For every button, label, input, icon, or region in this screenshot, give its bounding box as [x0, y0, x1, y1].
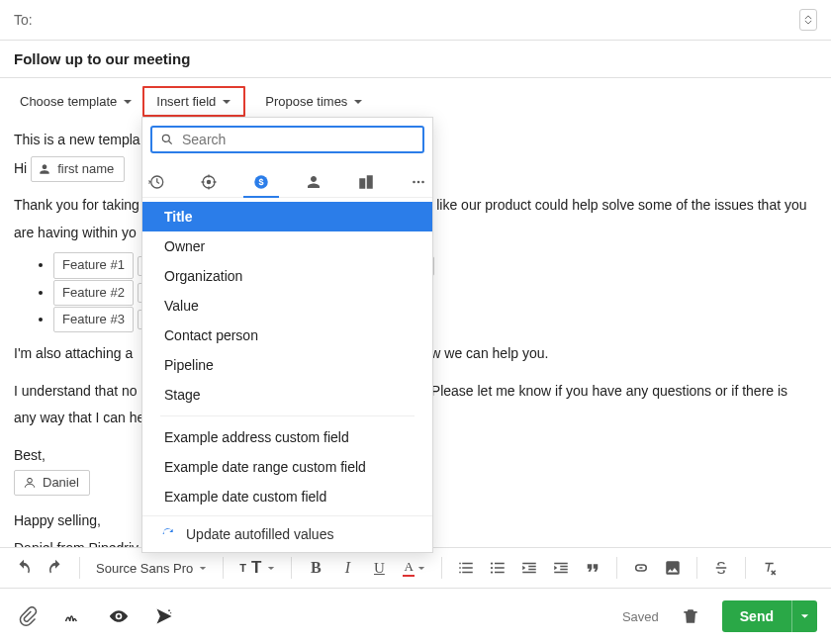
- font-family-select[interactable]: Source Sans Pro: [90, 557, 213, 580]
- search-icon: [160, 133, 174, 146]
- svg-point-14: [422, 181, 425, 184]
- tab-recent[interactable]: [142, 167, 169, 197]
- image-button[interactable]: [659, 554, 687, 582]
- attach-button[interactable]: [14, 602, 42, 630]
- merge-field-sender[interactable]: Daniel: [14, 470, 90, 496]
- quote-button[interactable]: [579, 554, 606, 582]
- svg-point-0: [28, 478, 33, 483]
- tab-more[interactable]: [406, 167, 432, 197]
- svg-point-2: [491, 567, 493, 569]
- field-option-value[interactable]: Value: [142, 291, 432, 321]
- svg-point-3: [491, 571, 493, 573]
- refresh-icon: [160, 526, 176, 542]
- field-option-pipeline[interactable]: Pipeline: [142, 350, 432, 380]
- to-label: To:: [14, 12, 33, 28]
- field-option-custom[interactable]: Example date custom field: [142, 482, 432, 511]
- merge-field-feature[interactable]: Feature #2: [53, 280, 134, 306]
- svg-point-5: [170, 612, 171, 613]
- field-option-custom[interactable]: Example date range custom field: [142, 452, 432, 482]
- tab-organization[interactable]: [353, 167, 380, 197]
- bold-button[interactable]: B: [302, 554, 329, 582]
- strikethrough-button[interactable]: [707, 554, 735, 582]
- field-option-owner[interactable]: Owner: [142, 231, 432, 261]
- svg-point-12: [414, 181, 416, 184]
- delete-button[interactable]: [677, 602, 704, 630]
- smart-button[interactable]: [150, 602, 178, 630]
- merge-field-feature[interactable]: Feature #3: [53, 307, 134, 332]
- insert-field-button[interactable]: Insert field: [150, 90, 237, 113]
- svg-point-4: [168, 609, 170, 611]
- tab-lead[interactable]: [195, 167, 222, 197]
- font-size-select[interactable]: TT: [233, 554, 281, 582]
- field-search-input[interactable]: [150, 126, 424, 153]
- propose-times-button[interactable]: Propose times: [259, 90, 369, 113]
- send-options-button[interactable]: [791, 600, 817, 632]
- field-option-stage[interactable]: Stage: [142, 380, 432, 410]
- ordered-list-button[interactable]: [452, 554, 480, 582]
- unordered-list-button[interactable]: [484, 554, 511, 582]
- svg-point-9: [206, 180, 211, 185]
- italic-button[interactable]: I: [333, 554, 361, 582]
- insert-field-dropdown: $ Title Owner Organization Value Contact…: [141, 117, 433, 553]
- send-button[interactable]: Send: [722, 600, 817, 632]
- indent-button[interactable]: [547, 554, 575, 582]
- saved-status: Saved: [622, 609, 659, 624]
- svg-point-1: [491, 562, 493, 564]
- clear-format-button[interactable]: [756, 554, 784, 582]
- choose-template-button[interactable]: Choose template: [14, 90, 138, 113]
- svg-point-13: [417, 181, 420, 184]
- formatting-toolbar: Source Sans Pro TT B I U A: [0, 547, 831, 589]
- tab-deal[interactable]: $: [247, 167, 274, 197]
- svg-text:$: $: [258, 177, 263, 187]
- field-option-contact-person[interactable]: Contact person: [142, 321, 432, 350]
- merge-field-feature[interactable]: Feature #1: [53, 252, 134, 278]
- merge-field-firstname[interactable]: first name: [31, 156, 125, 182]
- update-autofilled-button[interactable]: Update autofilled values: [142, 515, 432, 552]
- tab-person[interactable]: [301, 167, 327, 197]
- recipient-expand-toggle[interactable]: [799, 9, 817, 31]
- text-color-button[interactable]: A: [397, 555, 430, 581]
- svg-point-6: [162, 135, 169, 141]
- undo-button[interactable]: [10, 554, 38, 582]
- signature-button[interactable]: [59, 602, 87, 630]
- underline-button[interactable]: U: [365, 554, 393, 582]
- preview-button[interactable]: [105, 602, 133, 630]
- field-option-title[interactable]: Title: [142, 202, 432, 231]
- subject-field[interactable]: Follow up to our meeting: [0, 41, 831, 78]
- redo-button[interactable]: [42, 554, 69, 582]
- field-option-custom[interactable]: Example address custom field: [142, 422, 432, 452]
- field-option-organization[interactable]: Organization: [142, 261, 432, 291]
- outdent-button[interactable]: [515, 554, 543, 582]
- link-button[interactable]: [627, 554, 655, 582]
